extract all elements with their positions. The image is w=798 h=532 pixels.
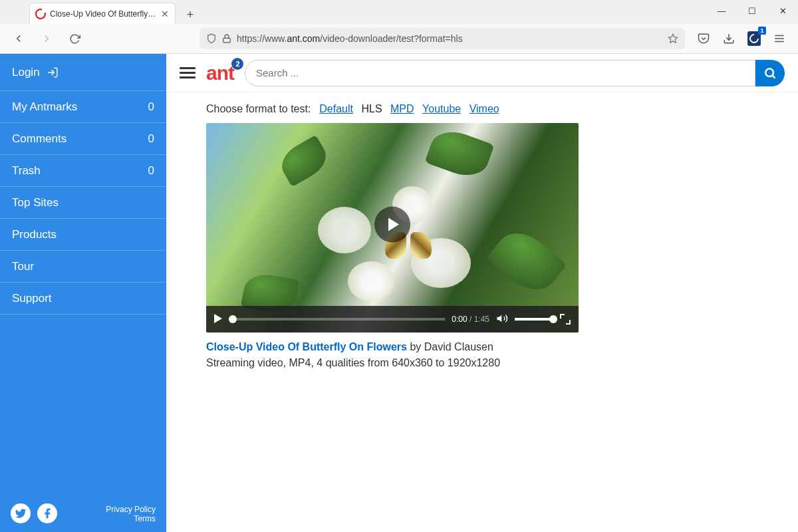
- sidebar-item-products[interactable]: Products: [0, 219, 166, 251]
- sidebar-item-count: 0: [148, 164, 154, 178]
- sidebar-item-label: Products: [12, 228, 57, 241]
- terms-link[interactable]: Terms: [106, 514, 156, 523]
- progress-bar[interactable]: [229, 318, 445, 321]
- extension-icon[interactable]: 1: [745, 29, 763, 48]
- svg-point-7: [765, 68, 773, 76]
- new-tab-button[interactable]: +: [181, 5, 200, 24]
- twitter-icon[interactable]: [11, 503, 31, 523]
- sidebar-item-label: Tour: [12, 260, 34, 273]
- video-player[interactable]: 0:00 / 1:45: [206, 123, 579, 332]
- by-text: by: [407, 341, 424, 352]
- svg-marker-1: [668, 34, 677, 43]
- login-icon: [47, 66, 59, 78]
- sidebar-item-count: 0: [148, 100, 154, 114]
- tab-close-icon[interactable]: ✕: [160, 9, 170, 19]
- extension-badge: 1: [758, 27, 766, 35]
- url-text: https://www.ant.com/video-downloader/tes…: [237, 33, 662, 44]
- tab-title: Close-Up Video Of Butterfly On: [50, 9, 156, 19]
- downloads-icon[interactable]: [720, 29, 738, 48]
- favicon: [35, 9, 46, 19]
- video-author: David Clausen: [424, 341, 493, 352]
- sidebar-item-label: Support: [12, 292, 52, 305]
- sidebar-item-trash[interactable]: Trash 0: [0, 155, 166, 187]
- logo[interactable]: ant 2: [206, 62, 234, 84]
- logo-badge: 2: [231, 58, 243, 70]
- search-input[interactable]: [245, 60, 755, 86]
- format-chooser: Choose format to test: Default HLS MPD Y…: [206, 103, 785, 115]
- shield-icon: [206, 33, 217, 44]
- sidebar-item-comments[interactable]: Comments 0: [0, 123, 166, 155]
- time-display: 0:00 / 1:45: [452, 315, 489, 324]
- sidebar-item-tour[interactable]: Tour: [0, 251, 166, 283]
- menu-icon[interactable]: [770, 29, 789, 48]
- video-controls: 0:00 / 1:45: [206, 306, 579, 332]
- format-vimeo[interactable]: Vimeo: [469, 103, 499, 114]
- volume-slider[interactable]: [515, 318, 553, 321]
- address-bar[interactable]: https://www.ant.com/video-downloader/tes…: [200, 28, 685, 49]
- fullscreen-button[interactable]: [560, 314, 571, 325]
- sidebar: Login My Antmarks 0 Comments 0 Trash 0 T…: [0, 54, 166, 532]
- reload-button[interactable]: [65, 29, 84, 48]
- sidebar-item-antmarks[interactable]: My Antmarks 0: [0, 91, 166, 123]
- sidebar-item-count: 0: [148, 132, 154, 146]
- volume-icon[interactable]: [496, 313, 508, 327]
- pocket-icon[interactable]: [694, 29, 713, 48]
- svg-marker-9: [497, 315, 502, 322]
- sidebar-item-label: Trash: [12, 164, 41, 178]
- search-icon: [763, 66, 777, 80]
- back-button[interactable]: [9, 29, 28, 48]
- search-button[interactable]: [755, 60, 785, 86]
- login-button[interactable]: Login: [0, 54, 166, 91]
- format-mpd[interactable]: MPD: [390, 103, 414, 114]
- play-overlay-button[interactable]: [374, 206, 410, 242]
- sidebar-item-label: My Antmarks: [12, 100, 77, 114]
- video-details: Streaming video, MP4, 4 qualities from 6…: [206, 357, 500, 368]
- lock-icon: [222, 34, 231, 43]
- facebook-icon[interactable]: [37, 503, 57, 523]
- sidebar-item-support[interactable]: Support: [0, 283, 166, 315]
- format-default[interactable]: Default: [319, 103, 353, 114]
- privacy-link[interactable]: Privacy Policy: [106, 505, 156, 514]
- browser-tab[interactable]: Close-Up Video Of Butterfly On ✕: [29, 3, 176, 24]
- svg-line-8: [772, 75, 775, 78]
- play-button[interactable]: [214, 314, 222, 325]
- format-hls: HLS: [361, 103, 382, 114]
- video-title-link[interactable]: Close-Up Video Of Butterfly On Flowers: [206, 341, 407, 352]
- svg-rect-0: [223, 38, 231, 42]
- hamburger-icon[interactable]: [180, 67, 196, 78]
- forward-button[interactable]: [37, 29, 56, 48]
- sidebar-item-label: Comments: [12, 132, 66, 146]
- close-window-button[interactable]: ✕: [767, 0, 798, 21]
- format-youtube[interactable]: Youtube: [422, 103, 461, 114]
- minimize-button[interactable]: —: [706, 0, 737, 21]
- maximize-button[interactable]: ☐: [737, 0, 767, 21]
- bookmark-star-icon[interactable]: [668, 33, 678, 44]
- sidebar-item-label: Top Sites: [12, 196, 59, 209]
- sidebar-item-topsites[interactable]: Top Sites: [0, 187, 166, 219]
